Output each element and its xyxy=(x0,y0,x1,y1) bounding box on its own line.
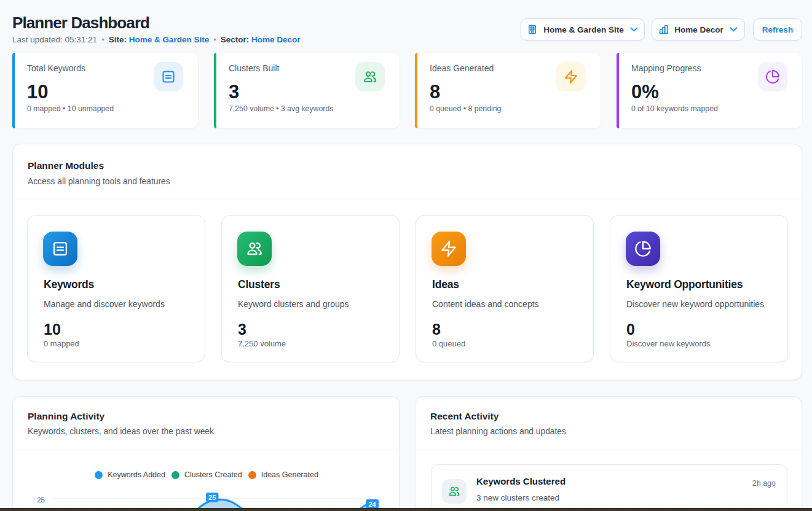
svg-text:25: 25 xyxy=(208,494,216,501)
svg-text:24: 24 xyxy=(368,501,376,508)
svg-text:25: 25 xyxy=(37,496,45,504)
